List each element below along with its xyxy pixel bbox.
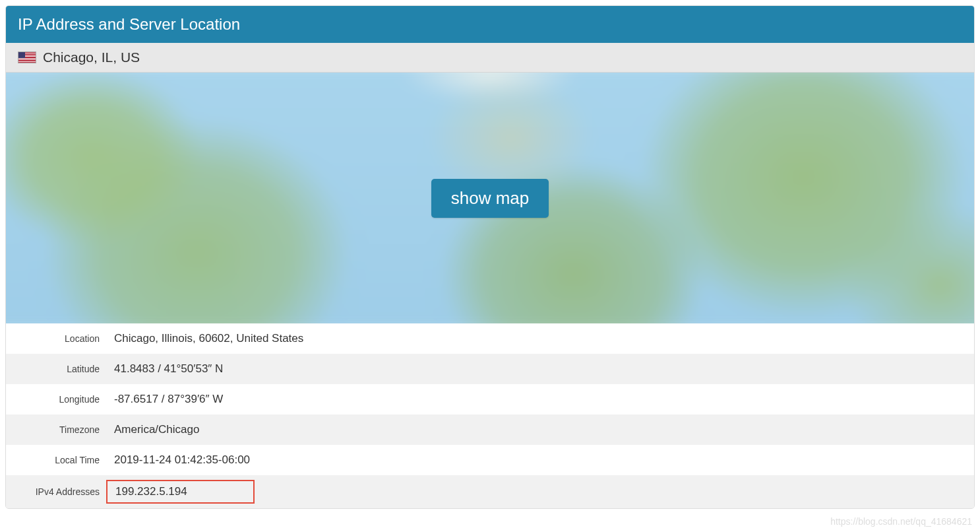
us-flag-icon [18,51,36,63]
table-row: LocationChicago, Illinois, 60602, United… [6,323,974,354]
panel-title: IP Address and Server Location [6,6,974,43]
detail-label: Timezone [6,415,105,445]
table-row: Longitude-87.6517 / 87°39′6″ W [6,384,974,415]
detail-value: 2019-11-24 01:42:35-06:00 [105,445,974,475]
detail-value: 41.8483 / 41°50′53″ N [105,354,974,384]
highlighted-value: 199.232.5.194 [106,480,255,504]
table-row: Latitude41.8483 / 41°50′53″ N [6,354,974,384]
detail-label: Longitude [6,384,105,415]
detail-label: Latitude [6,354,105,384]
show-map-button[interactable]: show map [431,179,549,218]
map-preview: show map [6,73,974,323]
table-row: Local Time2019-11-24 01:42:35-06:00 [6,445,974,475]
ip-location-panel: IP Address and Server Location Chicago, … [5,5,975,509]
detail-value: Chicago, Illinois, 60602, United States [105,323,974,354]
detail-value: America/Chicago [105,415,974,445]
detail-label: IPv4 Addresses [6,475,105,508]
details-table: LocationChicago, Illinois, 60602, United… [6,323,974,508]
detail-value: 199.232.5.194 [105,475,974,508]
location-summary: Chicago, IL, US [43,50,140,65]
detail-label: Local Time [6,445,105,475]
detail-label: Location [6,323,105,354]
table-row: IPv4 Addresses199.232.5.194 [6,475,974,508]
detail-value: -87.6517 / 87°39′6″ W [105,384,974,415]
table-row: TimezoneAmerica/Chicago [6,415,974,445]
location-bar: Chicago, IL, US [6,43,974,73]
